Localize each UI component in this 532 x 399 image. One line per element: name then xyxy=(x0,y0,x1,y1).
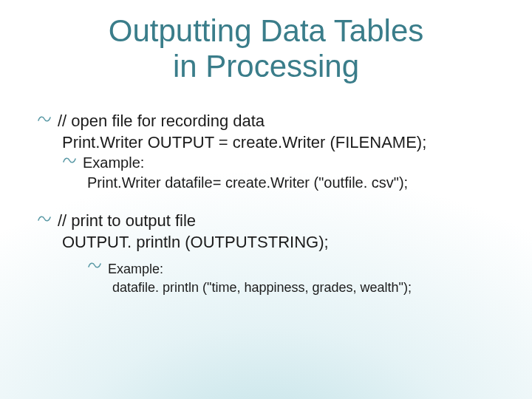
bullet-print-output: // print to output file xyxy=(37,211,502,232)
code-text: datafile. println ("time, happiness, gra… xyxy=(112,279,412,296)
bullet-example-2: Example: xyxy=(87,260,502,278)
code-line: Print.Writer datafile= create.Writer ("o… xyxy=(87,173,502,193)
code-line: OUTPUT. println (OUTPUTSTRING); xyxy=(62,232,502,253)
code-line: Print.Writer OUTPUT = create.Writer (FIL… xyxy=(62,132,502,154)
bullet-example-1: Example: xyxy=(62,153,502,173)
bullet-text: // open file for recording data xyxy=(58,111,265,132)
bullet-open-file: // open file for recording data xyxy=(37,111,502,132)
tilde-icon xyxy=(37,209,52,228)
tilde-icon xyxy=(87,259,102,275)
title-line-1: Outputting Data Tables xyxy=(109,13,424,48)
tilde-icon xyxy=(37,109,52,129)
title-line-2: in Processing xyxy=(173,49,359,83)
bullet-text: Example: xyxy=(83,153,144,173)
slide: Outputting Data Tables in Processing // … xyxy=(0,0,532,399)
bullet-text: Example: xyxy=(108,260,163,278)
code-text: Print.Writer datafile= create.Writer ("o… xyxy=(87,173,408,193)
slide-title: Outputting Data Tables in Processing xyxy=(0,0,532,85)
code-text: Print.Writer OUTPUT = create.Writer (FIL… xyxy=(62,132,426,154)
code-text: OUTPUT. println (OUTPUTSTRING); xyxy=(62,232,329,253)
tilde-icon xyxy=(62,151,77,169)
bullet-text: // print to output file xyxy=(58,211,196,232)
code-line: datafile. println ("time, happiness, gra… xyxy=(112,279,502,296)
slide-content: // open file for recording data Print.Wr… xyxy=(37,111,502,296)
